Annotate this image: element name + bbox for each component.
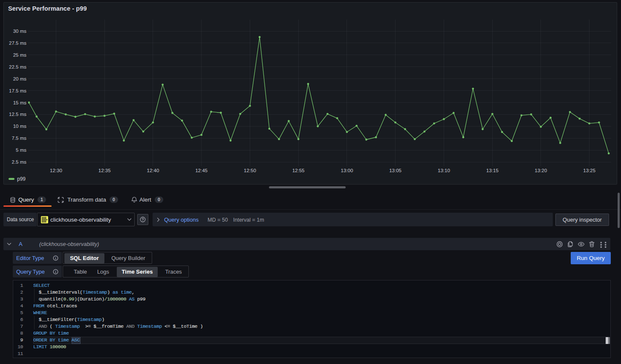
svg-text:22.5 ms: 22.5 ms — [9, 64, 26, 69]
svg-text:20 ms: 20 ms — [13, 76, 27, 81]
svg-text:13:20: 13:20 — [535, 168, 547, 173]
svg-text:12.5 ms: 12.5 ms — [9, 112, 26, 117]
svg-text:12:45: 12:45 — [195, 168, 208, 173]
svg-text:15 ms: 15 ms — [13, 100, 27, 105]
svg-text:25 ms: 25 ms — [13, 52, 27, 58]
svg-text:2.5 ms: 2.5 ms — [12, 159, 26, 165]
svg-text:12:40: 12:40 — [147, 168, 159, 173]
svg-text:13:15: 13:15 — [486, 168, 499, 173]
svg-text:12:30: 12:30 — [50, 168, 62, 173]
svg-text:13:25: 13:25 — [583, 168, 595, 173]
svg-text:13:00: 13:00 — [341, 168, 353, 173]
svg-text:12:55: 12:55 — [292, 168, 305, 173]
svg-text:5 ms: 5 ms — [16, 147, 26, 153]
svg-text:17.5 ms: 17.5 ms — [9, 88, 26, 93]
svg-text:13:05: 13:05 — [389, 168, 401, 173]
svg-text:12:50: 12:50 — [244, 168, 256, 173]
svg-text:p99: p99 — [17, 176, 26, 182]
svg-text:10 ms: 10 ms — [13, 124, 27, 129]
svg-text:27.5 ms: 27.5 ms — [9, 40, 26, 46]
svg-text:13:10: 13:10 — [438, 168, 450, 173]
svg-text:12:35: 12:35 — [98, 168, 111, 173]
svg-text:30 ms: 30 ms — [13, 29, 27, 34]
svg-text:7.5 ms: 7.5 ms — [12, 136, 26, 141]
